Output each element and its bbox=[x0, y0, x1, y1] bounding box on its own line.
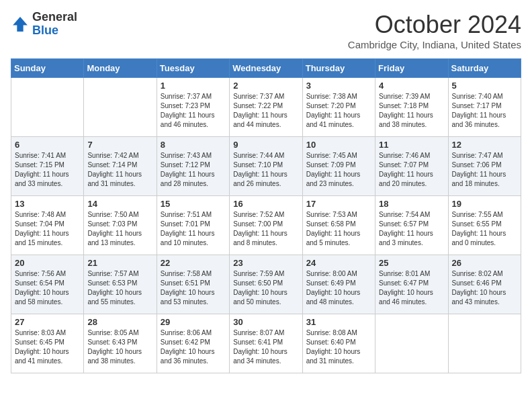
cell-w4-d7: 26Sunrise: 8:02 AM Sunset: 6:46 PM Dayli… bbox=[448, 255, 521, 314]
day-number: 13 bbox=[15, 199, 80, 209]
cell-w2-d7: 12Sunrise: 7:47 AM Sunset: 7:06 PM Dayli… bbox=[448, 137, 521, 196]
day-number: 6 bbox=[15, 140, 80, 150]
cell-w4-d6: 25Sunrise: 8:01 AM Sunset: 6:47 PM Dayli… bbox=[375, 255, 448, 314]
day-info: Sunrise: 7:39 AM Sunset: 7:18 PM Dayligh… bbox=[379, 92, 444, 130]
cell-w3-d7: 19Sunrise: 7:55 AM Sunset: 6:55 PM Dayli… bbox=[448, 196, 521, 255]
day-info: Sunrise: 7:54 AM Sunset: 6:57 PM Dayligh… bbox=[379, 210, 444, 248]
day-number: 26 bbox=[452, 258, 517, 268]
week-row-4: 20Sunrise: 7:56 AM Sunset: 6:54 PM Dayli… bbox=[11, 255, 521, 314]
day-info: Sunrise: 8:07 AM Sunset: 6:41 PM Dayligh… bbox=[233, 328, 298, 366]
cell-w3-d5: 17Sunrise: 7:53 AM Sunset: 6:58 PM Dayli… bbox=[302, 196, 375, 255]
day-info: Sunrise: 8:08 AM Sunset: 6:40 PM Dayligh… bbox=[306, 328, 371, 366]
day-info: Sunrise: 7:57 AM Sunset: 6:53 PM Dayligh… bbox=[87, 269, 152, 307]
cell-w2-d2: 7Sunrise: 7:42 AM Sunset: 7:14 PM Daylig… bbox=[84, 137, 157, 196]
day-number: 2 bbox=[233, 81, 298, 91]
header-sunday: Sunday bbox=[11, 59, 84, 78]
day-info: Sunrise: 7:38 AM Sunset: 7:20 PM Dayligh… bbox=[306, 92, 371, 130]
cell-w2-d5: 10Sunrise: 7:45 AM Sunset: 7:09 PM Dayli… bbox=[302, 137, 375, 196]
day-number: 30 bbox=[233, 317, 298, 327]
cell-w5-d6 bbox=[375, 314, 448, 373]
day-number: 7 bbox=[87, 140, 152, 150]
day-number: 1 bbox=[161, 81, 226, 91]
week-row-3: 13Sunrise: 7:48 AM Sunset: 7:04 PM Dayli… bbox=[11, 196, 521, 255]
day-number: 23 bbox=[233, 258, 298, 268]
logo-text: General Blue bbox=[32, 11, 77, 38]
day-info: Sunrise: 8:02 AM Sunset: 6:46 PM Dayligh… bbox=[452, 269, 517, 307]
day-info: Sunrise: 7:47 AM Sunset: 7:06 PM Dayligh… bbox=[452, 151, 517, 189]
day-number: 17 bbox=[306, 199, 371, 209]
cell-w4-d1: 20Sunrise: 7:56 AM Sunset: 6:54 PM Dayli… bbox=[11, 255, 84, 314]
cell-w4-d4: 23Sunrise: 7:59 AM Sunset: 6:50 PM Dayli… bbox=[230, 255, 302, 314]
day-number: 25 bbox=[379, 258, 444, 268]
day-info: Sunrise: 7:59 AM Sunset: 6:50 PM Dayligh… bbox=[233, 269, 298, 307]
day-info: Sunrise: 7:45 AM Sunset: 7:09 PM Dayligh… bbox=[306, 151, 371, 189]
day-info: Sunrise: 7:56 AM Sunset: 6:54 PM Dayligh… bbox=[15, 269, 80, 307]
day-info: Sunrise: 7:37 AM Sunset: 7:23 PM Dayligh… bbox=[161, 92, 226, 130]
header-monday: Monday bbox=[84, 59, 157, 78]
day-number: 22 bbox=[161, 258, 226, 268]
cell-w2-d4: 9Sunrise: 7:44 AM Sunset: 7:10 PM Daylig… bbox=[230, 137, 302, 196]
day-info: Sunrise: 7:44 AM Sunset: 7:10 PM Dayligh… bbox=[233, 151, 298, 189]
logo: General Blue bbox=[11, 11, 77, 38]
day-number: 27 bbox=[15, 317, 80, 327]
day-number: 16 bbox=[233, 199, 298, 209]
day-info: Sunrise: 7:37 AM Sunset: 7:22 PM Dayligh… bbox=[233, 92, 298, 130]
day-number: 18 bbox=[379, 199, 444, 209]
cell-w3-d2: 14Sunrise: 7:50 AM Sunset: 7:03 PM Dayli… bbox=[84, 196, 157, 255]
week-row-2: 6Sunrise: 7:41 AM Sunset: 7:15 PM Daylig… bbox=[11, 137, 521, 196]
day-number: 10 bbox=[306, 140, 371, 150]
cell-w2-d3: 8Sunrise: 7:43 AM Sunset: 7:12 PM Daylig… bbox=[157, 137, 229, 196]
cell-w4-d3: 22Sunrise: 7:58 AM Sunset: 6:51 PM Dayli… bbox=[157, 255, 229, 314]
day-info: Sunrise: 7:50 AM Sunset: 7:03 PM Dayligh… bbox=[87, 210, 152, 248]
location-title: Cambridge City, Indiana, United States bbox=[348, 39, 521, 50]
day-number: 20 bbox=[15, 258, 80, 268]
day-info: Sunrise: 7:58 AM Sunset: 6:51 PM Dayligh… bbox=[161, 269, 226, 307]
day-info: Sunrise: 7:55 AM Sunset: 6:55 PM Dayligh… bbox=[452, 210, 517, 248]
cell-w1-d2 bbox=[84, 78, 157, 137]
cell-w1-d5: 3Sunrise: 7:38 AM Sunset: 7:20 PM Daylig… bbox=[302, 78, 375, 137]
day-number: 29 bbox=[161, 317, 226, 327]
header-wednesday: Wednesday bbox=[230, 59, 302, 78]
day-info: Sunrise: 7:40 AM Sunset: 7:17 PM Dayligh… bbox=[452, 92, 517, 130]
day-info: Sunrise: 7:51 AM Sunset: 7:01 PM Dayligh… bbox=[161, 210, 226, 248]
day-info: Sunrise: 7:42 AM Sunset: 7:14 PM Dayligh… bbox=[87, 151, 152, 189]
month-title: October 2024 bbox=[348, 11, 521, 39]
cell-w1-d1 bbox=[11, 78, 84, 137]
page-header: General Blue October 2024 Cambridge City… bbox=[11, 11, 521, 50]
day-number: 14 bbox=[87, 199, 152, 209]
day-info: Sunrise: 7:41 AM Sunset: 7:15 PM Dayligh… bbox=[15, 151, 80, 189]
header-saturday: Saturday bbox=[448, 59, 521, 78]
day-info: Sunrise: 7:48 AM Sunset: 7:04 PM Dayligh… bbox=[15, 210, 80, 248]
day-number: 8 bbox=[161, 140, 226, 150]
cell-w1-d3: 1Sunrise: 7:37 AM Sunset: 7:23 PM Daylig… bbox=[157, 78, 229, 137]
day-info: Sunrise: 8:00 AM Sunset: 6:49 PM Dayligh… bbox=[306, 269, 371, 307]
header-friday: Friday bbox=[375, 59, 448, 78]
header-thursday: Thursday bbox=[302, 59, 375, 78]
cell-w4-d2: 21Sunrise: 7:57 AM Sunset: 6:53 PM Dayli… bbox=[84, 255, 157, 314]
week-row-5: 27Sunrise: 8:03 AM Sunset: 6:45 PM Dayli… bbox=[11, 314, 521, 373]
day-number: 11 bbox=[379, 140, 444, 150]
day-info: Sunrise: 8:06 AM Sunset: 6:42 PM Dayligh… bbox=[161, 328, 226, 366]
day-number: 31 bbox=[306, 317, 371, 327]
cell-w5-d5: 31Sunrise: 8:08 AM Sunset: 6:40 PM Dayli… bbox=[302, 314, 375, 373]
cell-w2-d6: 11Sunrise: 7:46 AM Sunset: 7:07 PM Dayli… bbox=[375, 137, 448, 196]
day-number: 4 bbox=[379, 81, 444, 91]
cell-w5-d2: 28Sunrise: 8:05 AM Sunset: 6:43 PM Dayli… bbox=[84, 314, 157, 373]
cell-w1-d4: 2Sunrise: 7:37 AM Sunset: 7:22 PM Daylig… bbox=[230, 78, 302, 137]
day-info: Sunrise: 8:01 AM Sunset: 6:47 PM Dayligh… bbox=[379, 269, 444, 307]
cell-w1-d7: 5Sunrise: 7:40 AM Sunset: 7:17 PM Daylig… bbox=[448, 78, 521, 137]
day-info: Sunrise: 7:53 AM Sunset: 6:58 PM Dayligh… bbox=[306, 210, 371, 248]
day-number: 24 bbox=[306, 258, 371, 268]
day-info: Sunrise: 8:03 AM Sunset: 6:45 PM Dayligh… bbox=[15, 328, 80, 366]
cell-w5-d1: 27Sunrise: 8:03 AM Sunset: 6:45 PM Dayli… bbox=[11, 314, 84, 373]
svg-marker-0 bbox=[13, 17, 28, 32]
day-info: Sunrise: 7:52 AM Sunset: 7:00 PM Dayligh… bbox=[233, 210, 298, 248]
logo-icon bbox=[11, 15, 30, 34]
cell-w4-d5: 24Sunrise: 8:00 AM Sunset: 6:49 PM Dayli… bbox=[302, 255, 375, 314]
cell-w5-d3: 29Sunrise: 8:06 AM Sunset: 6:42 PM Dayli… bbox=[157, 314, 229, 373]
header-tuesday: Tuesday bbox=[157, 59, 229, 78]
cell-w5-d4: 30Sunrise: 8:07 AM Sunset: 6:41 PM Dayli… bbox=[230, 314, 302, 373]
day-number: 5 bbox=[452, 81, 517, 91]
week-row-1: 1Sunrise: 7:37 AM Sunset: 7:23 PM Daylig… bbox=[11, 78, 521, 137]
day-number: 3 bbox=[306, 81, 371, 91]
